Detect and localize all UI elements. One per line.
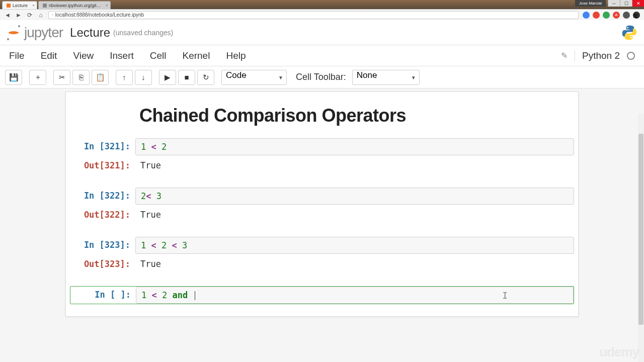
in-prompt: In [ ]: <box>70 287 136 304</box>
in-prompt: In [321]: <box>70 138 135 155</box>
extension-icon[interactable] <box>583 12 590 19</box>
menu-view[interactable]: View <box>73 50 94 61</box>
cut-button[interactable]: ✂ <box>53 70 70 85</box>
reload-button[interactable]: ⟳ <box>26 12 33 19</box>
scrollbar-thumb[interactable] <box>638 134 643 325</box>
python-logo-icon <box>621 24 638 41</box>
output-text: True <box>135 256 574 272</box>
heading: Chained Comparison Operators <box>139 105 574 126</box>
paste-button[interactable]: 📋 <box>92 70 109 85</box>
scissors-icon: ✂ <box>59 73 65 82</box>
refresh-icon: ↻ <box>203 73 209 82</box>
user-badge: Jose Marcial <box>575 0 606 7</box>
jupyter-favicon-icon <box>7 4 11 8</box>
save-button[interactable]: 💾 <box>5 70 22 85</box>
token: 2 <box>162 290 167 300</box>
markdown-cell[interactable]: Chained Comparison Operators <box>70 105 574 126</box>
browser-chrome: Jose Marcial ─ ☐ ✕ Lecture × nbviewer.ip… <box>0 0 644 20</box>
chevron-down-icon: ▼ <box>278 74 283 80</box>
forward-button[interactable]: ► <box>15 12 22 19</box>
menu-insert[interactable]: Insert <box>110 50 134 61</box>
copy-button[interactable]: ⎘ <box>72 70 90 85</box>
in-prompt: In [322]: <box>70 188 135 205</box>
toolbar: 💾 ＋ ✂ ⎘ 📋 ↑ ↓ ▶ ■ ↻ Code ▼ Cell Toolbar:… <box>0 66 644 88</box>
token: 1 <box>141 240 146 250</box>
jupyter-app: jupyter Lecture (unsaved changes) File E… <box>0 20 644 362</box>
menu-icon[interactable]: ≡ <box>633 12 640 19</box>
jupyter-logo-text: jupyter <box>24 25 63 41</box>
menu-edit[interactable]: Edit <box>41 50 57 61</box>
restart-button[interactable]: ↻ <box>197 70 214 85</box>
token: 1 <box>141 142 146 152</box>
code-cell[interactable]: In [322]: 2< 3 Out[322]: True <box>70 188 574 223</box>
select-value: None <box>357 70 377 80</box>
move-up-button[interactable]: ↑ <box>116 70 133 85</box>
copy-icon: ⎘ <box>79 73 84 81</box>
kernel-name[interactable]: Python 2 <box>575 50 620 61</box>
token: < <box>152 290 157 300</box>
close-tab-icon[interactable]: × <box>106 3 108 8</box>
page-icon: ▫ <box>52 13 53 17</box>
stop-icon: ■ <box>184 73 189 81</box>
minimize-button[interactable]: ─ <box>608 0 620 7</box>
code-input[interactable]: 1 < 2 < 3 <box>135 237 574 254</box>
extension-icon[interactable] <box>603 12 610 19</box>
code-cell-selected[interactable]: In [ ]: 1 < 2 and I <box>70 286 574 304</box>
menubar: File Edit View Insert Cell Kernel Help ✎… <box>0 45 644 66</box>
scrollbar-track[interactable] <box>638 114 644 362</box>
notebook-scroll[interactable]: Chained Comparison Operators In [321]: 1… <box>0 88 644 362</box>
browser-tab-active[interactable]: Lecture × <box>2 1 37 9</box>
interrupt-button[interactable]: ■ <box>178 70 195 85</box>
arrow-down-icon: ↓ <box>141 73 145 81</box>
play-icon: ▶ <box>165 73 171 82</box>
add-cell-button[interactable]: ＋ <box>29 70 46 85</box>
close-window-button[interactable]: ✕ <box>632 0 644 7</box>
browser-tabs: Lecture × nbviewer.ipython.org/git… × <box>0 0 644 9</box>
plus-icon: ＋ <box>34 72 42 82</box>
code-cell[interactable]: In [323]: 1 < 2 < 3 Out[323]: True <box>70 237 574 272</box>
window-controls: ─ ☐ ✕ <box>608 0 644 7</box>
notebook-name[interactable]: Lecture <box>70 26 110 40</box>
token: 2 <box>162 240 167 250</box>
cell-toolbar-select[interactable]: None ▼ <box>352 70 420 85</box>
menu-cell[interactable]: Cell <box>150 50 167 61</box>
extension-icons: A ≡ <box>583 12 640 19</box>
extension-icon[interactable] <box>623 12 630 19</box>
code-input[interactable]: 1 < 2 <box>135 138 574 155</box>
jupyter-header: jupyter Lecture (unsaved changes) <box>0 20 644 45</box>
browser-tab-inactive[interactable]: nbviewer.ipython.org/git… × <box>38 1 111 9</box>
kernel-idle-icon <box>627 52 635 60</box>
maximize-button[interactable]: ☐ <box>620 0 632 7</box>
jupyter-logo[interactable]: jupyter <box>6 25 63 41</box>
pencil-icon[interactable]: ✎ <box>561 51 568 60</box>
adblock-icon[interactable]: A <box>613 12 620 19</box>
menu-kernel[interactable]: Kernel <box>182 50 210 61</box>
code-input[interactable]: 1 < 2 and I <box>136 287 574 304</box>
token: and <box>173 290 188 300</box>
floppy-icon: 💾 <box>9 73 19 82</box>
cell-type-select[interactable]: Code ▼ <box>221 70 287 85</box>
run-button[interactable]: ▶ <box>159 70 176 85</box>
close-tab-icon[interactable]: × <box>32 3 35 8</box>
extension-icon[interactable] <box>593 12 600 19</box>
chevron-down-icon: ▼ <box>411 74 416 80</box>
paste-icon: 📋 <box>96 73 105 82</box>
token: 2 <box>162 142 167 152</box>
code-input[interactable]: 2< 3 <box>135 188 574 205</box>
arrow-up-icon: ↑ <box>122 73 126 81</box>
select-value: Code <box>226 70 247 80</box>
in-prompt: In [323]: <box>70 237 135 254</box>
menu-file[interactable]: File <box>9 50 25 61</box>
url-text: localhost:8888/notebooks/Lecture.ipynb <box>55 12 144 18</box>
address-bar[interactable]: ▫ localhost:8888/notebooks/Lecture.ipynb <box>48 11 579 19</box>
out-prompt: Out[323]: <box>70 256 135 272</box>
notebook-status: (unsaved changes) <box>113 29 173 37</box>
code-cell[interactable]: In [321]: 1 < 2 Out[321]: True <box>70 138 574 173</box>
menu-help[interactable]: Help <box>226 50 246 61</box>
token: 3 <box>156 191 162 201</box>
back-button[interactable]: ◄ <box>4 12 11 19</box>
out-prompt: Out[322]: <box>70 207 135 223</box>
tab-title: nbviewer.ipython.org/git… <box>49 3 101 8</box>
move-down-button[interactable]: ↓ <box>135 70 152 85</box>
home-button[interactable]: ⌂ <box>37 12 44 19</box>
